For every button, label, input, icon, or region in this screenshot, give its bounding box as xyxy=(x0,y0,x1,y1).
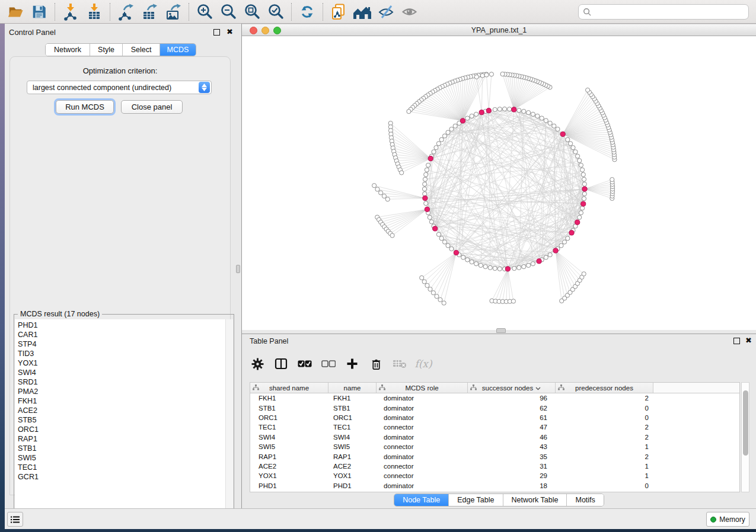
table-row[interactable]: PHD1PHD1dominator180 xyxy=(250,481,739,491)
export-table-icon[interactable] xyxy=(138,2,161,21)
home-networks-icon[interactable] xyxy=(350,2,374,21)
tab-style[interactable]: Style xyxy=(90,44,123,56)
tab-network[interactable]: Network xyxy=(46,44,90,56)
tab-network-table[interactable]: Network Table xyxy=(503,494,567,506)
mcds-result-item[interactable]: GCR1 xyxy=(18,472,226,482)
import-network-icon[interactable] xyxy=(59,2,82,21)
control-panel: Control Panel ✖ NetworkStyleSelectMCDS O… xyxy=(5,24,235,508)
optimization-criterion-select[interactable]: largest connected component (undirected) xyxy=(27,81,212,94)
mcds-result-item[interactable]: STB1 xyxy=(18,444,226,453)
table-cell: ACE2 xyxy=(328,463,377,470)
column-label: name xyxy=(344,384,361,392)
table-row[interactable]: YOX1YOX1connector291 xyxy=(250,471,739,480)
mcds-result-item[interactable]: PHD1 xyxy=(18,321,226,330)
network-canvas[interactable] xyxy=(242,36,756,330)
main-toolbar xyxy=(0,0,756,24)
column-label: MCDS role xyxy=(405,384,438,392)
zoom-selected-icon[interactable] xyxy=(264,2,288,21)
close-panel-icon[interactable]: ✖ xyxy=(227,28,233,36)
column-type-icon xyxy=(558,384,564,392)
column-header-predecessor-nodes[interactable]: predecessor nodes xyxy=(556,383,653,393)
table-cell: 18 xyxy=(468,482,556,489)
table-row[interactable]: ACE2ACE2connector311 xyxy=(250,462,739,471)
column-header-shared-name[interactable]: shared name xyxy=(250,383,328,393)
hide-details-icon[interactable] xyxy=(374,2,398,21)
control-panel-title: Control Panel xyxy=(9,28,56,37)
close-panel-button[interactable]: Close panel xyxy=(121,100,183,114)
mcds-result-item[interactable]: TEC1 xyxy=(18,463,226,472)
tab-edge-table[interactable]: Edge Table xyxy=(449,494,503,506)
memory-button[interactable]: Memory xyxy=(706,512,749,527)
delete-column-icon[interactable] xyxy=(369,357,383,371)
table-row[interactable]: FKH1FKH1dominator962 xyxy=(250,393,739,403)
table-cell: SWI4 xyxy=(250,434,328,441)
column-label: successor nodes xyxy=(482,384,533,392)
export-image-icon[interactable] xyxy=(161,2,185,21)
splitter-handle[interactable] xyxy=(236,265,240,273)
table-cell: 2 xyxy=(556,424,653,431)
table-cell: connector xyxy=(377,443,468,450)
table-settings-gear-icon[interactable] xyxy=(250,357,264,371)
mcds-result-item[interactable]: RAP1 xyxy=(18,434,226,444)
column-header-successor-nodes[interactable]: successor nodes xyxy=(468,383,556,393)
add-column-icon[interactable] xyxy=(345,357,359,371)
refresh-layout-icon[interactable] xyxy=(295,2,319,21)
copy-network-icon[interactable] xyxy=(327,2,350,21)
optimization-criterion-value: largest connected component (undirected) xyxy=(27,84,199,92)
mcds-result-item[interactable]: CAR1 xyxy=(18,330,226,339)
search-input[interactable] xyxy=(592,5,748,19)
vertical-splitter[interactable] xyxy=(235,24,241,508)
mcds-result-item[interactable]: YOX1 xyxy=(18,358,226,368)
float-panel-icon[interactable] xyxy=(213,29,220,36)
table-row[interactable]: SWI4SWI4dominator462 xyxy=(250,432,739,442)
table-cell: 2 xyxy=(556,453,653,460)
tab-motifs[interactable]: Motifs xyxy=(567,494,603,506)
task-history-button[interactable] xyxy=(7,512,23,527)
table-scrollbar[interactable] xyxy=(741,382,749,492)
horizontal-splitter-handle[interactable] xyxy=(496,328,506,333)
mcds-result-item[interactable]: SRD1 xyxy=(18,377,226,387)
table-row[interactable]: TEC1TEC1connector472 xyxy=(250,422,739,432)
mcds-result-item[interactable]: ORC1 xyxy=(18,425,226,434)
save-icon[interactable] xyxy=(27,2,51,21)
table-cell: dominator xyxy=(377,395,468,402)
mcds-result-item[interactable]: ACE2 xyxy=(18,406,226,415)
tab-mcds[interactable]: MCDS xyxy=(160,44,196,56)
table-row[interactable]: RAP1RAP1dominator352 xyxy=(250,451,739,461)
export-network-icon[interactable] xyxy=(114,2,138,21)
import-table-icon[interactable] xyxy=(82,2,106,21)
table-cell: 29 xyxy=(468,472,556,479)
mcds-result-item[interactable]: FKH1 xyxy=(18,396,226,406)
select-all-rows-icon[interactable] xyxy=(298,357,312,371)
close-table-panel-icon[interactable]: ✖ xyxy=(745,336,752,345)
mcds-result-item[interactable]: PMA2 xyxy=(18,387,226,396)
column-header-name[interactable]: name xyxy=(328,383,377,393)
table-row[interactable]: ORC1ORC1dominator610 xyxy=(250,413,739,422)
deselect-all-rows-icon[interactable] xyxy=(321,357,336,371)
mcds-result-item[interactable]: SWI5 xyxy=(18,453,226,463)
mcds-result-item[interactable]: SWI4 xyxy=(18,368,226,377)
show-details-icon[interactable] xyxy=(398,2,422,21)
tab-select[interactable]: Select xyxy=(123,44,160,56)
list-icon xyxy=(11,515,20,524)
delete-table-icon-disabled xyxy=(393,357,407,371)
zoom-in-icon[interactable] xyxy=(193,2,216,21)
table-row[interactable]: STB1STB1dominator620 xyxy=(250,403,739,412)
open-folder-icon[interactable] xyxy=(4,2,27,21)
table-row[interactable]: SWI5SWI5connector431 xyxy=(250,442,739,451)
mcds-result-list[interactable]: PHD1CAR1STP4TID3YOX1SWI4SRD1PMA2FKH1ACE2… xyxy=(15,319,226,528)
zoom-out-icon[interactable] xyxy=(216,2,240,21)
show-columns-icon[interactable] xyxy=(274,357,288,371)
mcds-result-item[interactable]: STB5 xyxy=(18,415,226,425)
float-table-panel-icon[interactable] xyxy=(733,338,740,344)
mcds-result-item[interactable]: STP4 xyxy=(18,339,226,349)
mcds-result-scrollbar[interactable] xyxy=(225,319,233,528)
zoom-fit-icon[interactable] xyxy=(240,2,264,21)
table-scroll-thumb[interactable] xyxy=(743,390,748,456)
tab-node-table[interactable]: Node Table xyxy=(394,494,449,506)
mcds-result-item[interactable]: TID3 xyxy=(18,349,226,358)
run-mcds-button[interactable]: Run MCDS xyxy=(56,100,114,114)
optimization-criterion-label: Optimization criterion: xyxy=(10,66,230,75)
table-cell: 35 xyxy=(468,453,556,460)
column-header-MCDS-role[interactable]: MCDS role xyxy=(377,383,468,393)
